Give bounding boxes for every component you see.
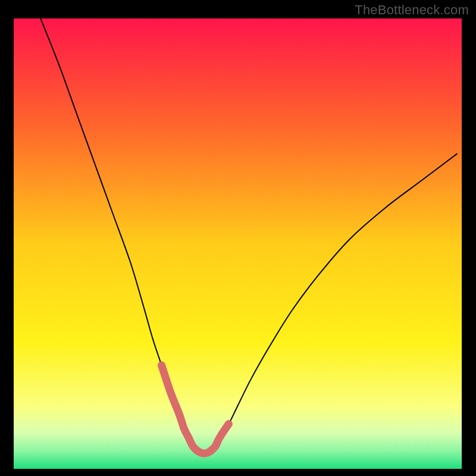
plot-area xyxy=(14,18,462,469)
bottleneck-chart xyxy=(0,0,476,476)
chart-container: TheBottleneck.com xyxy=(0,0,476,476)
watermark-text: TheBottleneck.com xyxy=(355,2,469,18)
